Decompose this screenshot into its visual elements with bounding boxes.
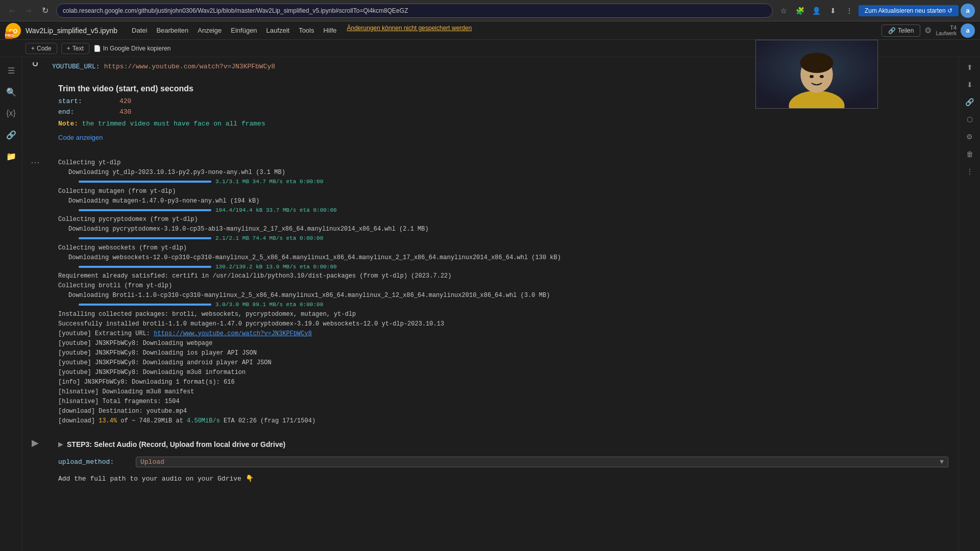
output-line-0: Collecting yt-dlp — [58, 158, 948, 167]
progress-bar-track-2 — [79, 237, 211, 239]
show-code-button[interactable]: Code anzeigen — [58, 132, 103, 143]
video-preview — [756, 40, 877, 108]
cell-left-run — [22, 59, 48, 74]
right-settings-icon[interactable]: ⚙ — [963, 130, 977, 144]
right-share-icon[interactable]: ⬡ — [963, 112, 977, 127]
drive-icon: 📄 — [93, 45, 101, 52]
left-sidebar: ☰ 🔍 {x} 🔗 📁 — [0, 57, 22, 551]
add-code-button[interactable]: + + Code Code — [26, 43, 57, 54]
right-delete-icon[interactable]: 🗑 — [963, 147, 977, 161]
output-line-pycrypto: Collecting pycryptodomex (from yt-dlp) — [58, 215, 948, 224]
download-speed: 4.50MiB/s — [187, 417, 220, 424]
menu-hilfe[interactable]: Hilfe — [320, 24, 341, 36]
menu-laufzeit[interactable]: Laufzeit — [262, 24, 294, 36]
colab-logo: CO PRO — [5, 22, 21, 39]
upload-method-select-wrapper[interactable]: Upload ▼ — [136, 457, 948, 467]
output-hls-fragments: [hlsnative] Total fragments: 1504 — [58, 397, 948, 406]
sidebar-icon-files[interactable]: 📁 — [3, 148, 19, 164]
plus-icon-text: + — [67, 45, 70, 52]
output-cell: ⋯ Collecting yt-dlp Downloading yt_dlp-2… — [22, 152, 959, 432]
progress-text-1: 194.4/194.4 kB 33.7 MB/s eta 0:00:00 — [215, 206, 337, 215]
user-avatar[interactable]: a — [961, 4, 975, 18]
cell-left-trim — [22, 78, 48, 149]
update-button[interactable]: Zum Aktualisieren neu starten ↺ — [859, 5, 959, 16]
step3-header[interactable]: ▶ STEP3: Select Audio (Record, Upload fr… — [52, 436, 954, 453]
sidebar-icon-variables[interactable]: {x} — [3, 105, 19, 121]
output-area: Collecting yt-dlp Downloading yt_dlp-202… — [52, 156, 954, 428]
right-down-icon[interactable]: ⬇ — [963, 78, 977, 92]
download-button[interactable]: ⬇ — [826, 4, 840, 18]
output-line-mutagen-dl: Downloading mutagen-1.47.0-py3-none-any.… — [58, 196, 948, 206]
youtube-url-label: YOUTUBE_URL: — [52, 63, 100, 70]
output-cell-content: Collecting yt-dlp Downloading yt_dlp-202… — [48, 154, 959, 430]
progress-bar-4: 3.0/3.0 MB 89.1 MB/s eta 0:00:00 — [58, 300, 948, 309]
settings-button[interactable]: ⋮ — [842, 4, 856, 18]
upload-method-value: Upload — [140, 458, 164, 466]
video-overlay — [755, 40, 878, 109]
menu-tools[interactable]: Tools — [295, 24, 318, 36]
profile-button[interactable]: 👤 — [810, 4, 824, 18]
select-arrow-icon: ▼ — [940, 458, 944, 466]
output-installed: Successfully installed brotli-1.1.0 muta… — [58, 319, 948, 329]
progress-bar-0: 3.1/3.1 MB 34.7 MB/s eta 0:00:00 — [58, 178, 948, 186]
cell-menu-dots[interactable]: ⋯ — [30, 156, 41, 169]
note-label: Note: — [58, 120, 78, 128]
output-hls-manifest: [hlsnative] Downloading m3u8 manifest — [58, 387, 948, 396]
output-download-progress: [download] 13.4% of ~ 748.29MiB at 4.50M… — [58, 416, 948, 425]
menu-einfuegen[interactable]: Einfügen — [227, 24, 261, 36]
progress-fill-4 — [79, 304, 211, 306]
add-text-button[interactable]: + Text — [61, 43, 89, 54]
step3-arrow-icon: ▶ — [58, 441, 63, 448]
settings-icon[interactable]: ⚙ — [924, 26, 932, 35]
svg-text:PRO: PRO — [5, 33, 14, 38]
forward-button[interactable]: → — [21, 4, 36, 18]
output-info-format: [info] JN3KPFbWCy8: Downloading 1 format… — [58, 378, 948, 387]
youtube-link[interactable]: https://www.youtube.com/watch?v=JN3KPFbW… — [154, 330, 312, 337]
right-link-icon[interactable]: 🔗 — [963, 95, 977, 109]
step3-heading: STEP3: Select Audio (Record, Upload from… — [67, 440, 285, 448]
runtime-info: T4 Laufwerk — [936, 24, 957, 36]
right-panel: ⬆ ⬇ 🔗 ⬡ ⚙ 🗑 ⋮ — [959, 57, 980, 551]
upload-method-row: upload_method: Upload ▼ — [52, 453, 954, 471]
sidebar-icon-search[interactable]: 🔍 — [3, 84, 19, 100]
user-avatar-colab[interactable]: a — [961, 23, 975, 38]
browser-actions: ☆ 🧩 👤 ⬇ ⋮ Zum Aktualisieren neu starten … — [777, 4, 975, 18]
back-button[interactable]: ← — [5, 4, 19, 18]
share-button[interactable]: 🔗 Teilen — [881, 24, 920, 37]
svg-point-9 — [820, 75, 824, 78]
menu-anzeige[interactable]: Anzeige — [193, 24, 226, 36]
menu-bar: Datei Bearbeiten Anzeige Einfügen Laufze… — [128, 24, 472, 36]
save-status[interactable]: Änderungen können nicht gespeichert werd… — [347, 24, 472, 36]
nav-buttons: ← → ↻ — [5, 4, 52, 18]
step3-run-button[interactable]: ▶ — [29, 436, 42, 449]
sidebar-icon-links[interactable]: 🔗 — [3, 127, 19, 143]
right-up-icon[interactable]: ⬆ — [963, 60, 977, 74]
output-yt-extract: [youtube] Extracting URL: https://www.yo… — [58, 329, 948, 338]
address-bar[interactable]: colab.research.google.com/github/justinj… — [56, 4, 773, 18]
menu-bearbeiten[interactable]: Bearbeiten — [152, 24, 192, 36]
output-cell-left: ⋯ — [22, 154, 48, 430]
right-more-icon[interactable]: ⋮ — [963, 164, 977, 179]
notebook-content: YOUTUBE_URL: https://www.youtube.com/wat… — [22, 57, 959, 551]
output-installing: Installing collected packages: brotli, w… — [58, 310, 948, 319]
progress-bar-2: 2.1/2.1 MB 74.4 MB/s eta 0:00:00 — [58, 234, 948, 243]
sidebar-icon-menu[interactable]: ☰ — [3, 62, 19, 79]
copy-to-drive-button[interactable]: 📄 In Google Drive kopieren — [93, 45, 171, 52]
output-line-certifi: Requirement already satisfied: certifi i… — [58, 271, 948, 281]
menu-datei[interactable]: Datei — [128, 24, 151, 36]
bookmark-button[interactable]: ☆ — [777, 4, 791, 18]
end-label: end: — [58, 108, 119, 116]
colab-toolbar: CO PRO Wav2Lip_simplified_v5.ipynb Datei… — [0, 21, 980, 40]
progress-fill-0 — [79, 181, 211, 183]
progress-bar-track-0 — [79, 181, 211, 183]
progress-fill-3 — [79, 266, 211, 268]
svg-point-8 — [810, 75, 814, 78]
progress-fill-1 — [79, 209, 211, 211]
main-layout: ☰ 🔍 {x} 🔗 📁 YOUTUBE_URL: https://www.you… — [0, 57, 980, 551]
step3-cell-content: ▶ STEP3: Select Audio (Record, Upload fr… — [48, 434, 959, 488]
extension-button[interactable]: 🧩 — [793, 4, 807, 18]
download-pct: 13.4% — [99, 417, 117, 424]
reload-button[interactable]: ↻ — [38, 4, 52, 18]
step3-cell: ▶ ▶ STEP3: Select Audio (Record, Upload … — [22, 432, 959, 490]
browser-chrome: ← → ↻ colab.research.google.com/github/j… — [0, 0, 980, 21]
